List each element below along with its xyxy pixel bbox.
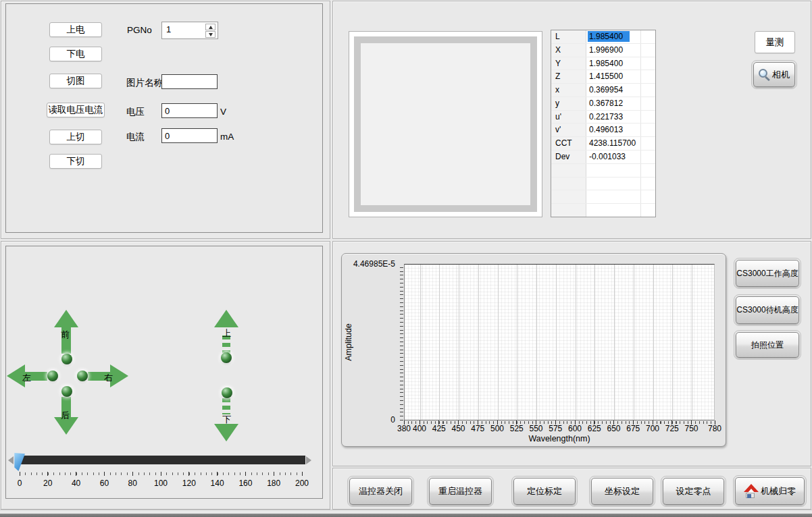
cut-up-button[interactable]: 上切 xyxy=(49,130,102,144)
temp-controller-close-button[interactable]: 温控器关闭 xyxy=(349,478,412,505)
cs3000-work-height-button[interactable]: CS3000工作高度 xyxy=(736,260,799,287)
camera-button[interactable]: 相机 xyxy=(753,62,795,87)
position-calibration-button[interactable]: 定位标定 xyxy=(513,478,576,505)
major-gridline xyxy=(692,265,692,420)
pgno-increment-button[interactable] xyxy=(205,24,215,30)
slider-tick-label: 200 xyxy=(290,479,313,488)
slider-tick-label: 160 xyxy=(234,479,257,488)
reading-value: 0.369954 xyxy=(586,84,641,97)
slider-tick-label: 120 xyxy=(178,479,201,488)
jog-right-label: 右 xyxy=(104,372,113,384)
reading-label xyxy=(551,164,586,177)
reading-extra-cell xyxy=(641,30,655,43)
reading-value xyxy=(586,204,641,217)
voltage-label: 电压 xyxy=(126,106,145,118)
slider-major-tick xyxy=(302,472,303,476)
slider-major-tick xyxy=(188,472,189,476)
temp-controller-restart-button[interactable]: 重启温控器 xyxy=(429,478,492,505)
table-row[interactable] xyxy=(551,204,655,217)
reading-extra-cell xyxy=(641,84,655,97)
reading-extra-cell xyxy=(641,111,655,124)
coordinate-setting-button[interactable]: 坐标设定 xyxy=(591,478,653,505)
table-row[interactable] xyxy=(551,164,655,178)
table-row[interactable]: X1.996900 xyxy=(551,44,655,57)
reading-label: y xyxy=(551,97,586,110)
reading-label: Y xyxy=(551,57,586,70)
cut-down-button[interactable]: 下切 xyxy=(49,154,102,169)
reading-value xyxy=(586,164,641,177)
reading-value: 4238.115700 xyxy=(586,137,641,150)
major-gridline xyxy=(498,265,499,420)
readings-table[interactable]: L1.985400X1.996900Y1.985400Z1.415500x0.3… xyxy=(551,30,656,217)
reading-label: Z xyxy=(551,70,586,83)
slider-tick-label: 80 xyxy=(121,479,144,488)
table-row[interactable]: y0.367812 xyxy=(551,97,655,111)
read-voltage-current-button[interactable]: 读取电压电流 xyxy=(47,103,105,117)
measure-button[interactable]: 量测 xyxy=(755,31,795,53)
slider-major-tick xyxy=(76,472,76,476)
magnifier-icon xyxy=(759,69,770,80)
slider-major-tick xyxy=(47,472,48,476)
table-row[interactable]: CCT4238.115700 xyxy=(551,137,655,151)
cell-text: 4238.115700 xyxy=(589,138,636,148)
reading-extra-cell xyxy=(641,204,655,217)
table-row[interactable]: u'0.221733 xyxy=(551,111,655,124)
pgno-value: 1 xyxy=(166,24,171,34)
jog-forward-label: 前 xyxy=(61,329,70,341)
cell-text: 0.369954 xyxy=(589,85,623,94)
pgno-spinner[interactable]: 1 xyxy=(161,22,218,39)
table-row[interactable]: L1.985400 xyxy=(551,30,655,44)
reading-value xyxy=(586,190,641,203)
reading-extra-cell xyxy=(641,137,655,150)
mechanical-home-button[interactable]: 机械归零 xyxy=(735,477,805,505)
set-zero-point-button[interactable]: 设定零点 xyxy=(663,478,724,505)
camera-preview-matte xyxy=(354,36,537,212)
table-row[interactable]: Y1.985400 xyxy=(551,57,655,71)
selected-cell-text: 1.985400 xyxy=(588,31,630,42)
cell-text: 1.415500 xyxy=(589,72,623,81)
cell-text: 0.221733 xyxy=(589,112,623,121)
table-row[interactable]: x0.369954 xyxy=(551,84,655,97)
table-row[interactable] xyxy=(551,178,655,191)
current-label: 电流 xyxy=(126,131,145,143)
position-calibration-button-label: 定位标定 xyxy=(527,485,562,497)
reading-label xyxy=(551,178,586,190)
jog-left-label: 左 xyxy=(22,372,31,384)
arrow-up-icon xyxy=(54,310,78,327)
major-gridline xyxy=(536,265,537,420)
window-bottom-edge xyxy=(0,514,812,517)
jog-z-up-indicator xyxy=(221,352,232,363)
window-bottom-divider xyxy=(0,510,812,510)
photo-position-button[interactable]: 拍照位置 xyxy=(736,332,799,358)
table-row[interactable]: v'0.496013 xyxy=(551,124,655,137)
reading-extra-cell xyxy=(641,44,655,57)
voltage-input[interactable] xyxy=(161,103,218,118)
y-axis-max-label: 4.46985E-5 xyxy=(341,259,395,269)
cs3000-standby-height-button[interactable]: CS3000待机高度 xyxy=(736,296,799,324)
reading-extra-cell xyxy=(641,124,655,136)
reading-extra-cell xyxy=(641,178,655,190)
slider-major-tick xyxy=(245,472,246,476)
z-arrow-down-icon xyxy=(214,424,238,441)
table-row[interactable] xyxy=(551,190,655,204)
current-input[interactable] xyxy=(161,128,218,143)
slider-major-tick xyxy=(217,472,218,476)
speed-slider-track[interactable] xyxy=(15,456,305,464)
image-name-input[interactable] xyxy=(161,74,218,89)
cell-text: 0.367812 xyxy=(589,99,623,108)
slider-major-tick xyxy=(274,472,274,476)
slider-right-arrow[interactable] xyxy=(306,456,311,464)
reading-label: x xyxy=(551,84,586,97)
reading-label: L xyxy=(551,30,586,43)
slider-left-arrow[interactable] xyxy=(8,456,14,464)
reading-value: 1.415500 xyxy=(586,70,641,83)
reading-extra-cell xyxy=(641,70,655,83)
power-on-button[interactable]: 上电 xyxy=(49,22,102,37)
table-row[interactable]: Dev-0.001033 xyxy=(551,151,655,164)
cut-image-button[interactable]: 切图 xyxy=(49,74,102,88)
reading-label: CCT xyxy=(551,137,586,150)
pgno-decrement-button[interactable] xyxy=(205,31,215,38)
power-off-button[interactable]: 下电 xyxy=(49,47,102,61)
major-gridline xyxy=(478,265,479,420)
table-row[interactable]: Z1.415500 xyxy=(551,70,655,84)
